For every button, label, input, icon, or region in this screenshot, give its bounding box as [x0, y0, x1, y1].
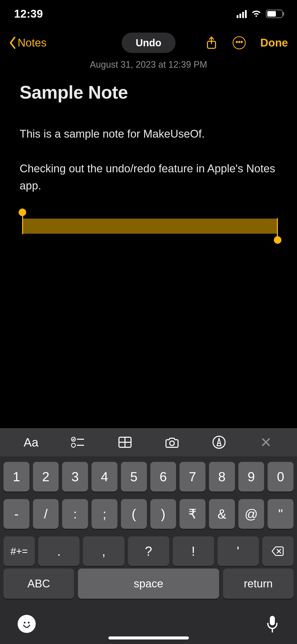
text-format-button[interactable]: Aa [21, 433, 40, 452]
close-toolbar-button[interactable]: ✕ [257, 433, 276, 452]
key-6[interactable]: 6 [150, 462, 176, 492]
home-indicator[interactable] [108, 636, 189, 639]
key-4[interactable]: 4 [92, 462, 117, 492]
key-backspace[interactable] [262, 536, 293, 566]
backspace-icon [271, 544, 285, 558]
chevron-left-icon [9, 36, 17, 49]
dictation-button[interactable] [265, 615, 279, 633]
wifi-icon [251, 9, 261, 19]
svg-point-11 [20, 618, 33, 630]
key-dash[interactable]: - [4, 499, 29, 529]
key-amp[interactable]: & [209, 499, 235, 529]
more-icon[interactable]: ••• [233, 36, 246, 49]
note-timestamp: August 31, 2023 at 12:39 PM [0, 59, 297, 70]
back-button[interactable]: Notes [9, 36, 47, 49]
svg-point-3 [71, 443, 75, 447]
key-1[interactable]: 1 [4, 462, 29, 492]
key-symbols[interactable]: #+= [4, 536, 35, 566]
key-exclaim[interactable]: ! [173, 536, 214, 566]
share-icon[interactable] [205, 36, 218, 49]
key-question[interactable]: ? [128, 536, 169, 566]
emoji-button[interactable] [18, 615, 36, 633]
selection-handle-end[interactable] [274, 236, 281, 244]
svg-point-8 [170, 441, 174, 446]
table-button[interactable] [115, 433, 135, 452]
keyboard: Aa ✕ 1 2 3 4 5 6 7 8 [0, 428, 297, 644]
battery-icon [266, 10, 283, 18]
svg-point-13 [28, 622, 30, 624]
key-space[interactable]: space [78, 569, 219, 599]
key-0[interactable]: 0 [268, 462, 293, 492]
key-8[interactable]: 8 [209, 462, 235, 492]
keyboard-row-bottom: ABC space return [0, 569, 297, 606]
undo-toast[interactable]: Undo [121, 33, 175, 53]
back-label: Notes [18, 36, 47, 49]
keyboard-row-3: #+= . , ? ! ' [4, 536, 293, 566]
key-quote[interactable]: " [268, 499, 293, 529]
svg-point-12 [24, 622, 26, 624]
key-abc[interactable]: ABC [4, 569, 74, 599]
key-slash[interactable]: / [33, 499, 59, 529]
key-5[interactable]: 5 [121, 462, 147, 492]
keyboard-row-2: - / : ; ( ) ₹ & @ " [4, 499, 293, 529]
key-comma[interactable]: , [83, 536, 124, 566]
note-content[interactable]: Sample Note This is a sample note for Ma… [0, 70, 297, 428]
key-rparen[interactable]: ) [150, 499, 176, 529]
nav-bar: Notes Undo ••• Done [0, 28, 297, 58]
note-title[interactable]: Sample Note [20, 82, 277, 103]
selection-highlight [22, 219, 277, 234]
key-at[interactable]: @ [238, 499, 264, 529]
key-colon[interactable]: : [62, 499, 88, 529]
keyboard-row-1: 1 2 3 4 5 6 7 8 9 0 [4, 462, 293, 492]
key-period[interactable]: . [38, 536, 79, 566]
checklist-button[interactable] [68, 433, 88, 452]
key-3[interactable]: 3 [62, 462, 88, 492]
key-9[interactable]: 9 [238, 462, 264, 492]
cellular-signal-icon [237, 10, 247, 18]
keyboard-toolbar: Aa ✕ [0, 428, 297, 456]
status-icons [237, 9, 283, 19]
status-bar: 12:39 [0, 0, 297, 28]
key-lparen[interactable]: ( [121, 499, 147, 529]
key-currency[interactable]: ₹ [180, 499, 205, 529]
text-selection[interactable] [20, 216, 277, 237]
key-2[interactable]: 2 [33, 462, 59, 492]
markup-button[interactable] [209, 433, 229, 452]
note-body[interactable]: This is a sample note for MakeUseOf. Che… [20, 125, 277, 194]
selection-handle-start[interactable] [19, 209, 26, 216]
key-semicolon[interactable]: ; [92, 499, 117, 529]
svg-rect-14 [270, 616, 275, 625]
done-button[interactable]: Done [260, 36, 288, 49]
key-apostrophe[interactable]: ' [218, 536, 259, 566]
note-paragraph[interactable]: Checking out the undo/redo feature in Ap… [20, 160, 277, 194]
key-7[interactable]: 7 [180, 462, 205, 492]
status-time: 12:39 [14, 8, 43, 20]
note-paragraph[interactable]: This is a sample note for MakeUseOf. [20, 125, 277, 142]
camera-button[interactable] [162, 433, 182, 452]
key-return[interactable]: return [223, 569, 293, 599]
